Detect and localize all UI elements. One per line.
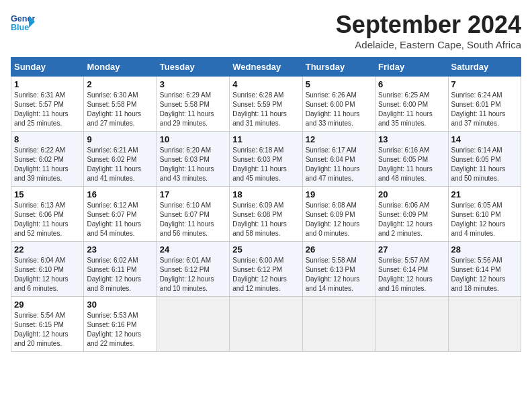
- day-number: 23: [87, 244, 153, 255]
- day-info: Sunrise: 6:05 AM Sunset: 6:10 PM Dayligh…: [451, 201, 518, 238]
- calendar-cell: 23 Sunrise: 6:02 AM Sunset: 6:11 PM Dayl…: [84, 242, 157, 297]
- calendar-week-3: 15 Sunrise: 6:13 AM Sunset: 6:06 PM Dayl…: [11, 187, 521, 242]
- weekday-header-monday: Monday: [84, 58, 157, 77]
- calendar-cell: 8 Sunrise: 6:22 AM Sunset: 6:02 PM Dayli…: [11, 132, 84, 187]
- day-number: 2: [87, 79, 153, 89]
- day-info: Sunrise: 5:54 AM Sunset: 6:15 PM Dayligh…: [14, 311, 81, 349]
- day-number: 8: [14, 134, 81, 144]
- day-info: Sunrise: 5:56 AM Sunset: 6:14 PM Dayligh…: [451, 256, 518, 293]
- day-info: Sunrise: 6:31 AM Sunset: 5:57 PM Dayligh…: [14, 91, 81, 128]
- location: Adelaide, Eastern Cape, South Africa: [336, 39, 521, 50]
- calendar-cell: 7 Sunrise: 6:24 AM Sunset: 6:01 PM Dayli…: [448, 77, 521, 132]
- calendar-cell: 6 Sunrise: 6:25 AM Sunset: 6:00 PM Dayli…: [375, 77, 448, 132]
- svg-text:Blue: Blue: [11, 23, 29, 32]
- calendar-cell: 18 Sunrise: 6:09 AM Sunset: 6:08 PM Dayl…: [230, 187, 302, 242]
- day-number: 21: [451, 189, 518, 199]
- calendar-cell: 28 Sunrise: 5:56 AM Sunset: 6:14 PM Dayl…: [448, 242, 521, 297]
- day-info: Sunrise: 6:00 AM Sunset: 6:12 PM Dayligh…: [232, 256, 299, 293]
- day-info: Sunrise: 6:20 AM Sunset: 6:03 PM Dayligh…: [160, 146, 226, 183]
- calendar-cell: 29 Sunrise: 5:54 AM Sunset: 6:15 PM Dayl…: [11, 297, 84, 352]
- day-info: Sunrise: 6:17 AM Sunset: 6:04 PM Dayligh…: [306, 146, 372, 183]
- title-block: September 2024 Adelaide, Eastern Cape, S…: [336, 11, 521, 50]
- day-info: Sunrise: 6:30 AM Sunset: 5:58 PM Dayligh…: [87, 91, 153, 128]
- calendar-cell: 20 Sunrise: 6:06 AM Sunset: 6:09 PM Dayl…: [375, 187, 448, 242]
- calendar-cell: 12 Sunrise: 6:17 AM Sunset: 6:04 PM Dayl…: [302, 132, 375, 187]
- weekday-header-wednesday: Wednesday: [230, 58, 302, 77]
- day-info: Sunrise: 6:29 AM Sunset: 5:58 PM Dayligh…: [160, 91, 226, 128]
- day-info: Sunrise: 6:14 AM Sunset: 6:05 PM Dayligh…: [451, 146, 518, 183]
- day-info: Sunrise: 6:25 AM Sunset: 6:00 PM Dayligh…: [378, 91, 445, 128]
- weekday-header-sunday: Sunday: [11, 58, 84, 77]
- day-number: 6: [378, 79, 445, 89]
- calendar-cell: 30 Sunrise: 5:53 AM Sunset: 6:16 PM Dayl…: [84, 297, 157, 352]
- day-number: 29: [14, 300, 81, 310]
- day-number: 27: [378, 244, 445, 255]
- day-info: Sunrise: 6:01 AM Sunset: 6:12 PM Dayligh…: [160, 256, 226, 293]
- day-info: Sunrise: 6:13 AM Sunset: 6:06 PM Dayligh…: [14, 201, 81, 238]
- calendar-cell: 1 Sunrise: 6:31 AM Sunset: 5:57 PM Dayli…: [11, 77, 84, 132]
- calendar-cell: [157, 297, 229, 352]
- day-info: Sunrise: 6:24 AM Sunset: 6:01 PM Dayligh…: [451, 91, 518, 128]
- calendar-cell: 2 Sunrise: 6:30 AM Sunset: 5:58 PM Dayli…: [84, 77, 157, 132]
- day-number: 1: [14, 79, 81, 89]
- day-info: Sunrise: 6:12 AM Sunset: 6:07 PM Dayligh…: [87, 201, 153, 238]
- day-number: 30: [87, 300, 153, 310]
- day-info: Sunrise: 6:18 AM Sunset: 6:03 PM Dayligh…: [232, 146, 299, 183]
- day-info: Sunrise: 6:22 AM Sunset: 6:02 PM Dayligh…: [14, 146, 81, 183]
- day-number: 26: [306, 244, 372, 255]
- calendar-cell: 14 Sunrise: 6:14 AM Sunset: 6:05 PM Dayl…: [448, 132, 521, 187]
- calendar-cell: 10 Sunrise: 6:20 AM Sunset: 6:03 PM Dayl…: [157, 132, 229, 187]
- day-info: Sunrise: 6:21 AM Sunset: 6:02 PM Dayligh…: [87, 146, 153, 183]
- weekday-header-thursday: Thursday: [302, 58, 375, 77]
- day-number: 18: [232, 189, 299, 199]
- day-number: 9: [87, 134, 153, 144]
- calendar-cell: 21 Sunrise: 6:05 AM Sunset: 6:10 PM Dayl…: [448, 187, 521, 242]
- calendar-cell: 15 Sunrise: 6:13 AM Sunset: 6:06 PM Dayl…: [11, 187, 84, 242]
- calendar-cell: 27 Sunrise: 5:57 AM Sunset: 6:14 PM Dayl…: [375, 242, 448, 297]
- day-number: 14: [451, 134, 518, 144]
- day-number: 15: [14, 189, 81, 199]
- calendar-cell: 13 Sunrise: 6:16 AM Sunset: 6:05 PM Dayl…: [375, 132, 448, 187]
- day-info: Sunrise: 6:28 AM Sunset: 5:59 PM Dayligh…: [232, 91, 299, 128]
- day-number: 16: [87, 189, 153, 199]
- calendar-cell: 4 Sunrise: 6:28 AM Sunset: 5:59 PM Dayli…: [230, 77, 302, 132]
- day-number: 19: [306, 189, 372, 199]
- calendar-cell: 26 Sunrise: 5:58 AM Sunset: 6:13 PM Dayl…: [302, 242, 375, 297]
- day-info: Sunrise: 6:10 AM Sunset: 6:07 PM Dayligh…: [160, 201, 226, 238]
- day-info: Sunrise: 6:04 AM Sunset: 6:10 PM Dayligh…: [14, 256, 81, 293]
- calendar-table: SundayMondayTuesdayWednesdayThursdayFrid…: [11, 57, 521, 352]
- day-info: Sunrise: 6:02 AM Sunset: 6:11 PM Dayligh…: [87, 256, 153, 293]
- day-info: Sunrise: 6:06 AM Sunset: 6:09 PM Dayligh…: [378, 201, 445, 238]
- day-number: 20: [378, 189, 445, 199]
- calendar-week-5: 29 Sunrise: 5:54 AM Sunset: 6:15 PM Dayl…: [11, 297, 521, 352]
- day-info: Sunrise: 5:57 AM Sunset: 6:14 PM Dayligh…: [378, 256, 445, 293]
- day-number: 3: [160, 79, 226, 89]
- day-number: 5: [306, 79, 372, 89]
- day-info: Sunrise: 5:58 AM Sunset: 6:13 PM Dayligh…: [306, 256, 372, 293]
- day-info: Sunrise: 6:26 AM Sunset: 6:00 PM Dayligh…: [306, 91, 372, 128]
- day-number: 4: [232, 79, 299, 89]
- calendar-cell: [448, 297, 521, 352]
- calendar-cell: 22 Sunrise: 6:04 AM Sunset: 6:10 PM Dayl…: [11, 242, 84, 297]
- calendar-cell: 24 Sunrise: 6:01 AM Sunset: 6:12 PM Dayl…: [157, 242, 229, 297]
- day-info: Sunrise: 6:16 AM Sunset: 6:05 PM Dayligh…: [378, 146, 445, 183]
- day-info: Sunrise: 6:09 AM Sunset: 6:08 PM Dayligh…: [232, 201, 299, 238]
- calendar-header: SundayMondayTuesdayWednesdayThursdayFrid…: [11, 58, 521, 77]
- page-header: General Blue September 2024 Adelaide, Ea…: [11, 11, 521, 50]
- calendar-cell: 19 Sunrise: 6:08 AM Sunset: 6:09 PM Dayl…: [302, 187, 375, 242]
- calendar-cell: 17 Sunrise: 6:10 AM Sunset: 6:07 PM Dayl…: [157, 187, 229, 242]
- calendar-cell: [375, 297, 448, 352]
- calendar-cell: [302, 297, 375, 352]
- calendar-cell: 11 Sunrise: 6:18 AM Sunset: 6:03 PM Dayl…: [230, 132, 302, 187]
- day-info: Sunrise: 5:53 AM Sunset: 6:16 PM Dayligh…: [87, 311, 153, 349]
- day-number: 12: [306, 134, 372, 144]
- day-number: 25: [232, 244, 299, 255]
- day-number: 10: [160, 134, 226, 144]
- day-info: Sunrise: 6:08 AM Sunset: 6:09 PM Dayligh…: [306, 201, 372, 238]
- day-number: 24: [160, 244, 226, 255]
- logo: General Blue: [11, 11, 35, 35]
- day-number: 28: [451, 244, 518, 255]
- calendar-cell: [230, 297, 302, 352]
- calendar-cell: 5 Sunrise: 6:26 AM Sunset: 6:00 PM Dayli…: [302, 77, 375, 132]
- calendar-cell: 16 Sunrise: 6:12 AM Sunset: 6:07 PM Dayl…: [84, 187, 157, 242]
